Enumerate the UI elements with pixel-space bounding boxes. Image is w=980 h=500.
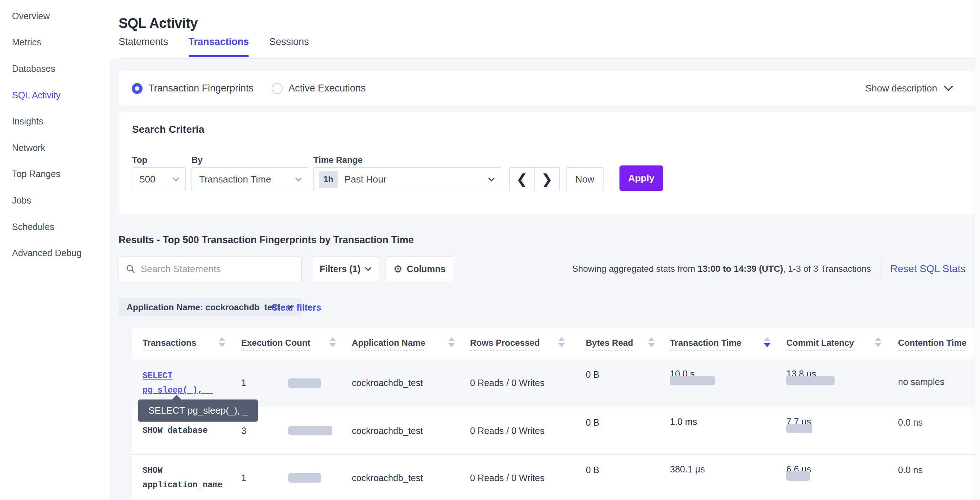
- by-select-value: Transaction Time: [192, 174, 295, 185]
- column-header-transactions[interactable]: Transactions: [143, 338, 196, 348]
- tab-transactions[interactable]: Transactions: [189, 36, 249, 57]
- chevron-down-icon: [944, 86, 953, 91]
- table-row: SHOW database 3 cockroachdb_test 0 Reads…: [132, 407, 975, 455]
- search-criteria-title: Search Criteria: [132, 124, 204, 135]
- transactions-table: Transactions Execution Count Application…: [132, 328, 975, 500]
- commit-latency-bar: [786, 424, 813, 433]
- page-title: SQL Activity: [119, 16, 198, 31]
- bytes-read-value: 0 B: [586, 417, 600, 428]
- sidebar-item-schedules[interactable]: Schedules: [0, 214, 110, 240]
- clear-filters-link[interactable]: Clear filters: [271, 298, 321, 317]
- columns-button[interactable]: ⚙ Columns: [385, 256, 453, 281]
- column-header-transaction-time[interactable]: Transaction Time: [670, 338, 741, 348]
- column-header-bytes-read[interactable]: Bytes Read: [586, 338, 633, 348]
- sidebar-item-top-ranges[interactable]: Top Ranges: [0, 161, 110, 188]
- view-toggle-strip: Transaction Fingerprints Active Executio…: [119, 71, 975, 105]
- time-range-select[interactable]: 1h Past Hour: [313, 167, 501, 191]
- tab-sessions[interactable]: Sessions: [269, 36, 309, 57]
- tab-bar: Statements Transactions Sessions: [119, 36, 309, 58]
- column-header-rows-processed[interactable]: Rows Processed: [470, 338, 540, 348]
- apply-button[interactable]: Apply: [619, 166, 663, 191]
- chevron-down-icon: [295, 177, 302, 182]
- table-row: SHOW application_name 1 cockroachdb_test…: [132, 455, 975, 500]
- execution-count-bar: [288, 379, 321, 388]
- sidebar-item-databases[interactable]: Databases: [0, 56, 110, 82]
- previous-time-window-button[interactable]: ❮: [509, 168, 535, 191]
- rows-processed-value: 0 Reads / 0 Writes: [470, 359, 544, 407]
- sidebar-item-advanced-debug[interactable]: Advanced Debug: [0, 240, 110, 266]
- radio-dot: [135, 86, 139, 91]
- reset-sql-stats-link[interactable]: Reset SQL Stats: [891, 263, 966, 275]
- aggregated-stats-text: Showing aggregated stats from 13:00 to 1…: [572, 264, 871, 274]
- show-description-toggle[interactable]: Show description: [865, 71, 953, 105]
- scrollbar[interactable]: [975, 0, 980, 500]
- sort-icon-descending-active[interactable]: [764, 337, 770, 347]
- filters-button[interactable]: Filters (1): [313, 256, 378, 281]
- execution-count-bar: [288, 426, 332, 435]
- sort-icon[interactable]: [329, 337, 336, 347]
- radio-selected-icon[interactable]: [132, 83, 143, 94]
- radio-active-executions[interactable]: Active Executions: [272, 83, 366, 94]
- column-header-commit-latency[interactable]: Commit Latency: [786, 338, 854, 348]
- sidebar-item-network[interactable]: Network: [0, 135, 110, 161]
- sidebar-item-jobs[interactable]: Jobs: [0, 187, 110, 214]
- filter-chip-label: Application Name: cockroachdb_test: [127, 302, 280, 312]
- rows-processed-value: 0 Reads / 0 Writes: [470, 407, 544, 454]
- column-header-execution-count[interactable]: Execution Count: [241, 338, 310, 348]
- filters-button-label: Filters (1): [320, 264, 361, 274]
- column-header-application-name[interactable]: Application Name: [352, 338, 425, 348]
- table-row: SELECT pg_sleep(_), _ 1 cockroachdb_test…: [132, 359, 975, 407]
- sql-activity-page: Overview Metrics Databases SQL Activity …: [0, 0, 980, 500]
- contention-time-value: 0.0 ns: [898, 465, 923, 475]
- search-icon: [126, 264, 135, 273]
- top-label: Top: [132, 155, 147, 165]
- application-name-value: cockroachdb_test: [352, 407, 423, 454]
- table-header-row: Transactions Execution Count Application…: [132, 328, 975, 359]
- transaction-time-bar: [670, 376, 715, 385]
- sidebar-item-metrics[interactable]: Metrics: [0, 29, 110, 56]
- by-label: By: [191, 155, 203, 165]
- sidebar-item-overview[interactable]: Overview: [0, 3, 110, 29]
- radio-unselected-icon[interactable]: [272, 83, 283, 94]
- bytes-read-value: 0 B: [586, 465, 600, 475]
- chevron-down-icon: [365, 267, 371, 271]
- radio-fingerprints-label[interactable]: Transaction Fingerprints: [148, 83, 253, 94]
- sort-icon[interactable]: [448, 337, 455, 347]
- rows-processed-value: 0 Reads / 0 Writes: [470, 455, 544, 500]
- column-header-contention-time[interactable]: Contention Time: [898, 338, 967, 348]
- time-range-value: Past Hour: [338, 174, 488, 185]
- transaction-time-value: 1.0 ms: [670, 417, 697, 427]
- time-range-label: Time Range: [313, 155, 363, 165]
- gear-icon: ⚙: [393, 263, 402, 275]
- application-name-value: cockroachdb_test: [352, 359, 423, 407]
- transaction-fingerprint-link[interactable]: SHOW application_name: [143, 455, 240, 500]
- sort-icon[interactable]: [219, 337, 225, 347]
- show-description-label: Show description: [865, 83, 937, 94]
- top-select[interactable]: 500: [132, 167, 186, 191]
- search-input[interactable]: [140, 263, 298, 275]
- results-heading: Results - Top 500 Transaction Fingerprin…: [119, 234, 414, 246]
- execution-count-value: 1: [241, 455, 246, 500]
- next-time-window-button[interactable]: ❯: [535, 168, 559, 191]
- chevron-down-icon: [488, 177, 495, 182]
- vertical-divider: [881, 259, 881, 279]
- columns-button-label: Columns: [407, 264, 446, 274]
- application-name-value: cockroachdb_test: [352, 455, 423, 500]
- sidebar: Overview Metrics Databases SQL Activity …: [0, 0, 110, 500]
- transaction-time-value: 380.1 µs: [670, 464, 705, 475]
- sidebar-item-insights[interactable]: Insights: [0, 108, 110, 135]
- sort-icon[interactable]: [648, 337, 655, 347]
- bytes-read-value: 0 B: [586, 369, 600, 380]
- tab-statements[interactable]: Statements: [119, 36, 168, 57]
- sort-icon[interactable]: [558, 337, 565, 347]
- contention-time-value: no samples: [898, 377, 945, 387]
- radio-active-executions-label[interactable]: Active Executions: [288, 83, 366, 94]
- radio-transaction-fingerprints[interactable]: Transaction Fingerprints: [132, 83, 253, 94]
- by-select[interactable]: Transaction Time: [191, 167, 308, 191]
- now-button[interactable]: Now: [566, 167, 603, 191]
- sort-icon[interactable]: [875, 337, 881, 347]
- sidebar-item-sql-activity[interactable]: SQL Activity: [0, 82, 110, 108]
- time-window-arrows: ❮ ❯: [509, 167, 560, 191]
- stats-time-range: 13:00 to 14:39 (UTC): [698, 264, 783, 274]
- top-select-value: 500: [132, 174, 172, 185]
